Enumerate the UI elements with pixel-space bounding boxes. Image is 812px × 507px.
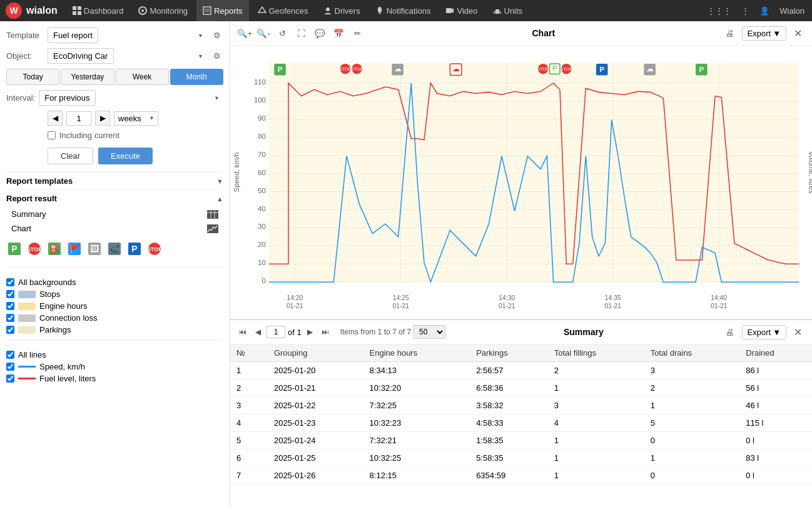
left-panel: Template Fuel report ⚙ Object: EcoDrivin… bbox=[0, 21, 230, 507]
stepper-unit-select[interactable]: weeks days months bbox=[114, 111, 158, 126]
table-cell: 1 bbox=[644, 449, 740, 467]
interval-row: Interval: For previous bbox=[6, 90, 223, 106]
zoom-in-button[interactable]: 🔍+ bbox=[236, 25, 253, 41]
stepper-decrement[interactable]: ◀ bbox=[48, 111, 63, 126]
nav-units[interactable]: Units bbox=[487, 0, 529, 21]
pen-button[interactable]: ✏ bbox=[349, 25, 365, 41]
more-icon[interactable]: ⋮ bbox=[739, 4, 752, 18]
next-page-button[interactable]: ▶ bbox=[304, 326, 317, 338]
summary-section: ⏮ ◀ of 1 ▶ ⏭ Items from 1 to 7 of 7 50 2… bbox=[230, 319, 812, 507]
marker-red-stop[interactable]: STOP bbox=[26, 241, 43, 257]
engine-checkbox[interactable] bbox=[6, 302, 14, 310]
table-row[interactable]: 22025-01-2110:32:206:58:361256 l bbox=[230, 379, 812, 397]
nav-drivers[interactable]: Drivers bbox=[317, 0, 367, 21]
svg-text:W: W bbox=[9, 6, 18, 16]
svg-text:14:25: 14:25 bbox=[393, 294, 409, 301]
user-icon[interactable]: 👤 bbox=[757, 4, 772, 18]
last-page-button[interactable]: ⏭ bbox=[319, 326, 332, 338]
chart-header: 🔍+ 🔍- ↺ ⛶ 💬 📅 ✏ Chart 🖨 Export ▼ ✕ bbox=[230, 21, 812, 46]
chart-print-button[interactable]: 🖨 bbox=[722, 25, 738, 41]
clear-button[interactable]: Clear bbox=[48, 148, 93, 164]
svg-text:🚩: 🚩 bbox=[69, 244, 81, 254]
table-row[interactable]: 12025-01-208:34:132:56:572386 l bbox=[230, 362, 812, 379]
items-info: Items from 1 to 7 of 7 bbox=[340, 328, 411, 336]
all-lines-item: All lines bbox=[6, 350, 223, 359]
chart-close-button[interactable]: ✕ bbox=[790, 26, 806, 41]
nav-video-label: Video bbox=[457, 6, 477, 16]
tab-month[interactable]: Month bbox=[170, 69, 223, 85]
nav-reports[interactable]: Reports bbox=[196, 0, 249, 21]
marker-video[interactable]: 📹 bbox=[106, 241, 123, 257]
all-backgrounds-checkbox[interactable] bbox=[6, 278, 14, 286]
interval-select[interactable]: For previous bbox=[39, 90, 96, 106]
marker-green[interactable]: P bbox=[6, 241, 23, 257]
stops-checkbox[interactable] bbox=[6, 290, 14, 298]
lines-legend: All lines Speed, km/h Fuel level, liters bbox=[6, 350, 223, 383]
including-current-checkbox[interactable] bbox=[48, 131, 56, 139]
reset-zoom-button[interactable]: ↺ bbox=[274, 25, 290, 41]
fullscreen-button[interactable]: ⛶ bbox=[293, 25, 309, 41]
summary-print-button[interactable]: 🖨 bbox=[722, 324, 738, 340]
user-name[interactable]: Wialon bbox=[777, 4, 807, 18]
per-page-select[interactable]: 50 25 100 bbox=[414, 325, 445, 339]
nav-geofences[interactable]: Geofences bbox=[251, 0, 315, 21]
speed-legend: Speed, km/h bbox=[6, 362, 223, 371]
table-cell: 5 bbox=[644, 414, 740, 432]
nav-notifications[interactable]: Notifications bbox=[369, 0, 437, 21]
table-cell: 2025-01-25 bbox=[268, 449, 363, 467]
col-engine-hours: Engine hours bbox=[363, 344, 470, 362]
chart-item[interactable]: Chart bbox=[6, 221, 223, 236]
speed-checkbox[interactable] bbox=[6, 363, 14, 371]
table-row[interactable]: 52025-01-247:32:211:58:35100 l bbox=[230, 432, 812, 449]
fuel-checkbox[interactable] bbox=[6, 374, 14, 383]
execute-button[interactable]: Execute bbox=[98, 148, 153, 164]
nav-video[interactable]: Video bbox=[439, 0, 484, 21]
connection-checkbox[interactable] bbox=[6, 314, 14, 322]
grid-icon[interactable]: ⋮⋮⋮ bbox=[704, 4, 734, 18]
connection-color bbox=[18, 314, 36, 322]
table-row[interactable]: 32025-01-227:32:253:58:323146 l bbox=[230, 397, 812, 414]
report-templates-section[interactable]: Report templates ▼ bbox=[6, 172, 223, 189]
of-pages-label: of 1 bbox=[288, 328, 302, 337]
comment-button[interactable]: 💬 bbox=[312, 25, 328, 41]
svg-text:Volume, litres: Volume, litres bbox=[808, 151, 812, 194]
stepper-increment[interactable]: ▶ bbox=[95, 111, 110, 126]
all-lines-checkbox[interactable] bbox=[6, 351, 14, 359]
nav-monitoring[interactable]: Monitoring bbox=[132, 0, 194, 21]
table-row[interactable]: 72025-01-268:12:156354:59100 l bbox=[230, 467, 812, 484]
first-page-button[interactable]: ⏮ bbox=[236, 326, 249, 338]
page-input[interactable] bbox=[266, 326, 285, 338]
summary-item[interactable]: Summary bbox=[6, 207, 223, 221]
chart-title: Chart bbox=[365, 28, 722, 38]
summary-export-button[interactable]: Export ▼ bbox=[742, 325, 786, 339]
parkings-label: Parkings bbox=[39, 325, 71, 334]
calendar-button[interactable]: 📅 bbox=[330, 25, 347, 41]
parkings-checkbox[interactable] bbox=[6, 326, 14, 334]
tab-yesterday[interactable]: Yesterday bbox=[61, 69, 114, 85]
object-select[interactable]: EcoDriving Car bbox=[48, 48, 114, 64]
table-row[interactable]: 42025-01-2310:32:234:58:3345115 l bbox=[230, 414, 812, 432]
table-cell: 5:58:35 bbox=[470, 449, 548, 467]
tab-week[interactable]: Week bbox=[116, 69, 169, 85]
marker-image[interactable]: 🖼 bbox=[86, 241, 103, 257]
table-row[interactable]: 62025-01-2510:32:255:58:351183 l bbox=[230, 449, 812, 467]
template-select[interactable]: Fuel report bbox=[48, 28, 98, 43]
marker-fuel[interactable]: ⛽ bbox=[46, 241, 63, 257]
stepper-input[interactable] bbox=[66, 111, 91, 126]
table-cell: 8:12:15 bbox=[363, 467, 470, 484]
fuel-legend: Fuel level, liters bbox=[6, 374, 223, 383]
object-config-icon[interactable]: ⚙ bbox=[211, 50, 223, 62]
table-header-row: № Grouping Engine hours Parkings Total f… bbox=[230, 344, 812, 362]
report-result-section[interactable]: Report result ▲ bbox=[6, 189, 223, 207]
nav-dashboard[interactable]: Dashboard bbox=[66, 0, 130, 21]
summary-label: Summary bbox=[11, 209, 46, 219]
marker-flag[interactable]: 🚩 bbox=[66, 241, 83, 257]
marker-red-circle[interactable]: STOP bbox=[146, 241, 163, 257]
template-config-icon[interactable]: ⚙ bbox=[211, 29, 223, 41]
prev-page-button[interactable]: ◀ bbox=[251, 326, 264, 338]
summary-close-button[interactable]: ✕ bbox=[790, 325, 806, 339]
marker-parking[interactable]: P bbox=[126, 241, 143, 257]
tab-today[interactable]: Today bbox=[6, 69, 59, 85]
zoom-out-button[interactable]: 🔍- bbox=[255, 25, 272, 41]
chart-export-button[interactable]: Export ▼ bbox=[742, 26, 786, 41]
